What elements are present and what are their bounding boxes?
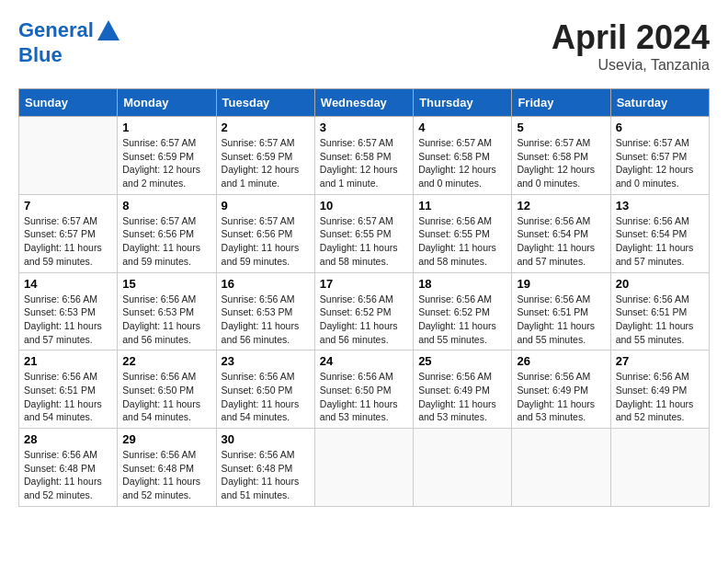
day-info: Sunrise: 6:56 AM Sunset: 6:53 PM Dayligh… <box>222 293 310 347</box>
calendar-cell: 26Sunrise: 6:56 AM Sunset: 6:49 PM Dayli… <box>512 350 610 429</box>
calendar-cell: 21Sunrise: 6:56 AM Sunset: 6:51 PM Dayli… <box>19 350 118 429</box>
weekday-friday: Friday <box>512 89 610 117</box>
week-row-4: 21Sunrise: 6:56 AM Sunset: 6:51 PM Dayli… <box>19 350 710 429</box>
day-number: 29 <box>122 432 210 446</box>
day-info: Sunrise: 6:57 AM Sunset: 6:57 PM Dayligh… <box>24 214 112 269</box>
week-row-2: 7Sunrise: 6:57 AM Sunset: 6:57 PM Daylig… <box>19 194 710 272</box>
calendar-cell: 24Sunrise: 6:56 AM Sunset: 6:50 PM Dayli… <box>314 350 413 429</box>
calendar-cell: 5Sunrise: 6:57 AM Sunset: 6:58 PM Daylig… <box>512 117 610 195</box>
calendar-cell: 1Sunrise: 6:57 AM Sunset: 6:59 PM Daylig… <box>118 117 216 195</box>
day-number: 10 <box>320 199 408 213</box>
day-info: Sunrise: 6:56 AM Sunset: 6:49 PM Dayligh… <box>418 370 506 424</box>
calendar-cell: 7Sunrise: 6:57 AM Sunset: 6:57 PM Daylig… <box>19 194 118 272</box>
day-number: 28 <box>24 432 112 446</box>
calendar-cell: 18Sunrise: 6:56 AM Sunset: 6:52 PM Dayli… <box>414 272 512 350</box>
day-info: Sunrise: 6:56 AM Sunset: 6:52 PM Dayligh… <box>320 293 408 347</box>
day-info: Sunrise: 6:56 AM Sunset: 6:51 PM Dayligh… <box>24 370 112 424</box>
logo-text: General Blue <box>18 18 121 66</box>
page-header: General Blue April 2024 Usevia, Tanzania <box>18 18 710 74</box>
title-block: April 2024 Usevia, Tanzania <box>552 18 710 74</box>
svg-marker-0 <box>97 20 119 40</box>
day-number: 15 <box>122 277 210 291</box>
calendar-cell: 3Sunrise: 6:57 AM Sunset: 6:58 PM Daylig… <box>314 117 413 195</box>
location: Usevia, Tanzania <box>552 57 710 74</box>
day-info: Sunrise: 6:56 AM Sunset: 6:55 PM Dayligh… <box>418 214 506 269</box>
day-number: 17 <box>320 277 408 291</box>
calendar-cell: 13Sunrise: 6:56 AM Sunset: 6:54 PM Dayli… <box>610 194 709 272</box>
day-info: Sunrise: 6:56 AM Sunset: 6:49 PM Dayligh… <box>517 370 605 424</box>
week-row-1: 1Sunrise: 6:57 AM Sunset: 6:59 PM Daylig… <box>19 117 710 195</box>
day-number: 4 <box>418 121 506 134</box>
weekday-monday: Monday <box>118 89 216 117</box>
day-number: 14 <box>24 277 112 291</box>
calendar-cell: 25Sunrise: 6:56 AM Sunset: 6:49 PM Dayli… <box>414 350 512 429</box>
day-info: Sunrise: 6:57 AM Sunset: 6:58 PM Dayligh… <box>517 136 605 190</box>
day-number: 18 <box>418 277 506 291</box>
weekday-tuesday: Tuesday <box>216 89 314 117</box>
calendar-cell: 11Sunrise: 6:56 AM Sunset: 6:55 PM Dayli… <box>414 194 512 272</box>
calendar-cell <box>610 429 709 507</box>
day-number: 26 <box>517 354 605 368</box>
day-number: 9 <box>222 199 310 213</box>
calendar-cell: 17Sunrise: 6:56 AM Sunset: 6:52 PM Dayli… <box>314 272 413 350</box>
day-number: 16 <box>222 277 310 291</box>
calendar-cell: 10Sunrise: 6:57 AM Sunset: 6:55 PM Dayli… <box>314 194 413 272</box>
day-info: Sunrise: 6:56 AM Sunset: 6:51 PM Dayligh… <box>517 293 605 347</box>
day-info: Sunrise: 6:57 AM Sunset: 6:58 PM Dayligh… <box>320 136 408 190</box>
day-number: 13 <box>616 199 704 213</box>
day-info: Sunrise: 6:57 AM Sunset: 6:56 PM Dayligh… <box>122 214 210 269</box>
calendar-cell: 8Sunrise: 6:57 AM Sunset: 6:56 PM Daylig… <box>118 194 216 272</box>
day-number: 20 <box>616 277 704 291</box>
day-number: 1 <box>122 121 210 134</box>
calendar-cell: 27Sunrise: 6:56 AM Sunset: 6:49 PM Dayli… <box>610 350 709 429</box>
day-number: 3 <box>320 121 408 134</box>
day-number: 2 <box>222 121 310 134</box>
day-info: Sunrise: 6:56 AM Sunset: 6:51 PM Dayligh… <box>616 293 704 347</box>
day-number: 24 <box>320 354 408 368</box>
calendar-cell: 20Sunrise: 6:56 AM Sunset: 6:51 PM Dayli… <box>610 272 709 350</box>
calendar-cell: 15Sunrise: 6:56 AM Sunset: 6:53 PM Dayli… <box>118 272 216 350</box>
day-info: Sunrise: 6:56 AM Sunset: 6:53 PM Dayligh… <box>24 293 112 347</box>
day-info: Sunrise: 6:56 AM Sunset: 6:50 PM Dayligh… <box>320 370 408 424</box>
day-info: Sunrise: 6:56 AM Sunset: 6:48 PM Dayligh… <box>122 448 210 502</box>
day-number: 21 <box>24 354 112 368</box>
day-number: 11 <box>418 199 506 213</box>
day-info: Sunrise: 6:56 AM Sunset: 6:54 PM Dayligh… <box>517 214 605 269</box>
day-info: Sunrise: 6:57 AM Sunset: 6:57 PM Dayligh… <box>616 136 704 190</box>
calendar-cell: 16Sunrise: 6:56 AM Sunset: 6:53 PM Dayli… <box>216 272 314 350</box>
weekday-header-row: SundayMondayTuesdayWednesdayThursdayFrid… <box>19 89 710 117</box>
calendar-cell: 19Sunrise: 6:56 AM Sunset: 6:51 PM Dayli… <box>512 272 610 350</box>
day-number: 22 <box>122 354 210 368</box>
day-number: 12 <box>517 199 605 213</box>
calendar-cell: 23Sunrise: 6:56 AM Sunset: 6:50 PM Dayli… <box>216 350 314 429</box>
calendar-cell: 2Sunrise: 6:57 AM Sunset: 6:59 PM Daylig… <box>216 117 314 195</box>
calendar-cell: 28Sunrise: 6:56 AM Sunset: 6:48 PM Dayli… <box>19 429 118 507</box>
calendar-cell: 6Sunrise: 6:57 AM Sunset: 6:57 PM Daylig… <box>610 117 709 195</box>
day-info: Sunrise: 6:56 AM Sunset: 6:53 PM Dayligh… <box>122 293 210 347</box>
day-number: 19 <box>517 277 605 291</box>
day-info: Sunrise: 6:56 AM Sunset: 6:48 PM Dayligh… <box>24 448 112 502</box>
week-row-5: 28Sunrise: 6:56 AM Sunset: 6:48 PM Dayli… <box>19 429 710 507</box>
weekday-thursday: Thursday <box>414 89 512 117</box>
month-year: April 2024 <box>552 18 710 57</box>
day-info: Sunrise: 6:56 AM Sunset: 6:48 PM Dayligh… <box>222 448 310 502</box>
day-info: Sunrise: 6:57 AM Sunset: 6:59 PM Dayligh… <box>122 136 210 190</box>
day-number: 23 <box>222 354 310 368</box>
day-number: 8 <box>122 199 210 213</box>
day-info: Sunrise: 6:57 AM Sunset: 6:59 PM Dayligh… <box>222 136 310 190</box>
calendar-cell: 22Sunrise: 6:56 AM Sunset: 6:50 PM Dayli… <box>118 350 216 429</box>
day-number: 27 <box>616 354 704 368</box>
calendar-cell: 9Sunrise: 6:57 AM Sunset: 6:56 PM Daylig… <box>216 194 314 272</box>
calendar-cell <box>512 429 610 507</box>
day-info: Sunrise: 6:56 AM Sunset: 6:50 PM Dayligh… <box>122 370 210 424</box>
day-info: Sunrise: 6:56 AM Sunset: 6:52 PM Dayligh… <box>418 293 506 347</box>
calendar-table: SundayMondayTuesdayWednesdayThursdayFrid… <box>18 88 710 507</box>
day-info: Sunrise: 6:57 AM Sunset: 6:58 PM Dayligh… <box>418 136 506 190</box>
calendar-cell: 30Sunrise: 6:56 AM Sunset: 6:48 PM Dayli… <box>216 429 314 507</box>
weekday-sunday: Sunday <box>19 89 118 117</box>
day-info: Sunrise: 6:56 AM Sunset: 6:49 PM Dayligh… <box>616 370 704 424</box>
day-number: 6 <box>616 121 704 134</box>
day-number: 7 <box>24 199 112 213</box>
calendar-cell: 29Sunrise: 6:56 AM Sunset: 6:48 PM Dayli… <box>118 429 216 507</box>
day-info: Sunrise: 6:57 AM Sunset: 6:55 PM Dayligh… <box>320 214 408 269</box>
